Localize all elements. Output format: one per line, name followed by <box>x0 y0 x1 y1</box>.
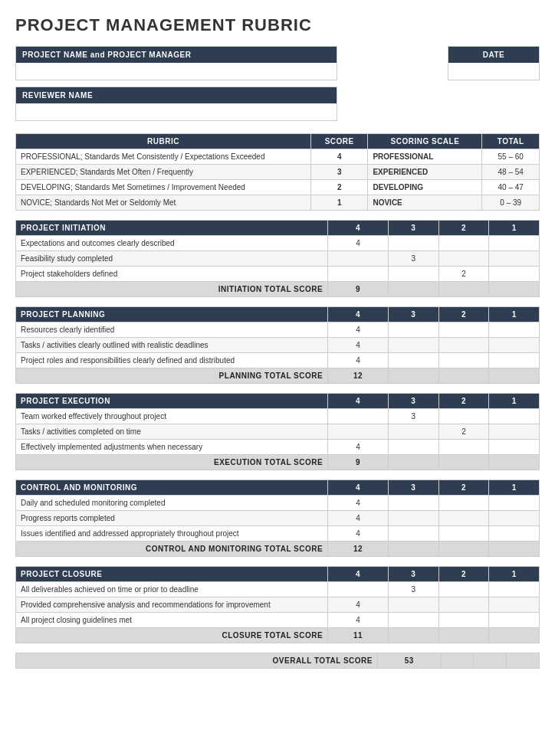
planning-col3: 3 <box>388 307 438 322</box>
col1-val <box>489 440 540 455</box>
closure-section-label: PROJECT CLOSURE <box>16 567 328 582</box>
planning-total-value: 12 <box>328 368 389 384</box>
col1-val <box>489 511 540 526</box>
list-item: All deliverables achieved on time or pri… <box>16 582 540 597</box>
list-item: Daily and scheduled monitoring completed… <box>16 496 540 511</box>
project-name-value <box>16 63 337 80</box>
rubric-score: 3 <box>310 165 368 180</box>
list-item: Tasks / activities completed on time 2 <box>16 424 540 440</box>
scale-total: 40 – 47 <box>482 180 540 195</box>
item-label: All project closing guidelines met <box>16 613 328 628</box>
total-col-header: TOTAL <box>482 134 540 149</box>
closure-col4: 4 <box>328 567 389 582</box>
col4-val <box>328 409 389 424</box>
initiation-table: PROJECT INITIATION 4 3 2 1 Expectations … <box>15 220 540 297</box>
col3-val <box>388 267 438 282</box>
scale-total: 0 – 39 <box>482 195 540 211</box>
overall-value: 53 <box>377 653 441 669</box>
planning-col4: 4 <box>328 307 389 322</box>
list-item: Provided comprehensive analysis and reco… <box>16 597 540 613</box>
execution-col2: 2 <box>438 394 489 409</box>
execution-table: PROJECT EXECUTION 4 3 2 1 Team worked ef… <box>15 393 540 470</box>
table-row: DEVELOPING; Standards Met Sometimes / Im… <box>16 180 540 195</box>
execution-total-label: EXECUTION TOTAL SCORE <box>16 455 328 470</box>
execution-section-label: PROJECT EXECUTION <box>16 394 328 409</box>
item-label: Resources clearly identified <box>16 322 328 338</box>
item-label: Tasks / activities completed on time <box>16 424 328 440</box>
rubric-desc: EXPERIENCED; Standards Met Often / Frequ… <box>16 165 311 180</box>
item-label: Project stakeholders defined <box>16 267 328 282</box>
execution-col1: 1 <box>489 394 540 409</box>
scale-name: PROFESSIONAL <box>368 149 482 165</box>
item-label: Daily and scheduled monitoring completed <box>16 496 328 511</box>
col1-val <box>489 597 540 613</box>
col3-val <box>388 597 438 613</box>
list-item: Feasibility study completed 3 <box>16 251 540 267</box>
planning-col2: 2 <box>438 307 489 322</box>
control-total-value: 12 <box>328 542 389 557</box>
closure-total-label: CLOSURE TOTAL SCORE <box>16 628 328 643</box>
project-name-label: PROJECT NAME and PROJECT MANAGER <box>16 47 337 63</box>
scale-col-header: SCORING SCALE <box>368 134 482 149</box>
table-row: EXPERIENCED; Standards Met Often / Frequ… <box>16 165 540 180</box>
rubric-score: 1 <box>310 195 368 211</box>
top-left-fields: PROJECT NAME and PROJECT MANAGER REVIEWE… <box>15 46 337 121</box>
list-item: Team worked effectively throughout proje… <box>16 409 540 424</box>
closure-table: PROJECT CLOSURE 4 3 2 1 All deliverables… <box>15 566 540 643</box>
item-label: Issues identified and addressed appropri… <box>16 526 328 542</box>
rubric-desc: NOVICE; Standards Not Met or Seldomly Me… <box>16 195 311 211</box>
scale-total: 55 – 60 <box>482 149 540 165</box>
item-label: Project roles and responsibilities clear… <box>16 353 328 368</box>
control-table: CONTROL AND MONITORING 4 3 2 1 Daily and… <box>15 479 540 557</box>
table-row: PROFESSIONAL; Standards Met Consistently… <box>16 149 540 165</box>
scale-total: 48 – 54 <box>482 165 540 180</box>
initiation-total-value: 9 <box>328 282 389 297</box>
col2-val <box>438 409 489 424</box>
initiation-col3: 3 <box>388 221 438 236</box>
rubric-desc: DEVELOPING; Standards Met Sometimes / Im… <box>16 180 311 195</box>
rubric-desc: PROFESSIONAL; Standards Met Consistently… <box>16 149 311 165</box>
col4-val: 4 <box>328 496 389 511</box>
col3-val: 3 <box>388 409 438 424</box>
col4-val: 4 <box>328 597 389 613</box>
list-item: Expectations and outcomes clearly descri… <box>16 236 540 251</box>
page-title: PROJECT MANAGEMENT RUBRIC <box>15 15 540 35</box>
list-item: Tasks / activities clearly outlined with… <box>16 338 540 353</box>
rubric-scale-table: RUBRIC SCORE SCORING SCALE TOTAL PROFESS… <box>15 133 540 211</box>
col4-val <box>328 582 389 597</box>
col1-val <box>489 251 540 267</box>
list-item: Project stakeholders defined 2 <box>16 267 540 282</box>
planning-total-label: PLANNING TOTAL SCORE <box>16 368 328 384</box>
item-label: Tasks / activities clearly outlined with… <box>16 338 328 353</box>
col4-val: 4 <box>328 338 389 353</box>
reviewer-value <box>16 103 337 120</box>
execution-col4: 4 <box>328 394 389 409</box>
control-section-label: CONTROL AND MONITORING <box>16 480 328 496</box>
col2-val <box>438 582 489 597</box>
item-label: Effectively implemented adjustments when… <box>16 440 328 455</box>
date-box: DATE <box>448 46 540 80</box>
col3-val <box>388 236 438 251</box>
col3-val: 3 <box>388 582 438 597</box>
rubric-col-header: RUBRIC <box>16 134 311 149</box>
col1-val <box>489 526 540 542</box>
col4-val: 4 <box>328 511 389 526</box>
col2-val <box>438 236 489 251</box>
col4-val: 4 <box>328 613 389 628</box>
col1-val <box>489 322 540 338</box>
col3-val <box>388 440 438 455</box>
scale-name: EXPERIENCED <box>368 165 482 180</box>
list-item: All project closing guidelines met 4 <box>16 613 540 628</box>
col4-val: 4 <box>328 236 389 251</box>
list-item: Resources clearly identified 4 <box>16 322 540 338</box>
table-row: NOVICE; Standards Not Met or Seldomly Me… <box>16 195 540 211</box>
item-label: Expectations and outcomes clearly descri… <box>16 236 328 251</box>
col1-val <box>489 582 540 597</box>
item-label: Progress reports completed <box>16 511 328 526</box>
scale-name: NOVICE <box>368 195 482 211</box>
col2-val <box>438 251 489 267</box>
scale-name: DEVELOPING <box>368 180 482 195</box>
top-section: PROJECT NAME and PROJECT MANAGER REVIEWE… <box>15 46 540 121</box>
list-item: Project roles and responsibilities clear… <box>16 353 540 368</box>
col3-val <box>388 496 438 511</box>
